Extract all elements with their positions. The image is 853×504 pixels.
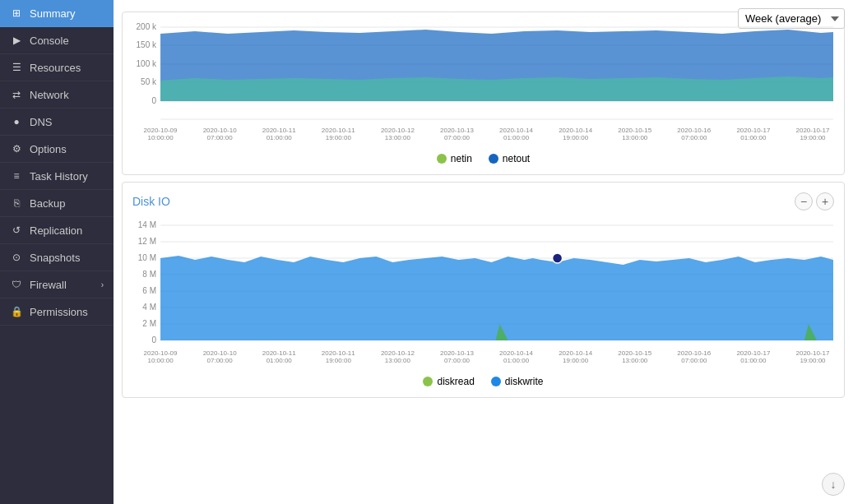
scroll-bottom-button[interactable]: ↓: [822, 473, 845, 496]
sidebar-item-backup[interactable]: ⎘ Backup: [0, 190, 114, 217]
sidebar-item-label: Options: [30, 143, 67, 155]
sidebar-item-firewall[interactable]: 🛡 Firewall ›: [0, 271, 114, 298]
sidebar-item-snapshots[interactable]: ⊙ Snapshots: [0, 244, 114, 271]
netin-label: netin: [451, 153, 472, 164]
svg-text:2020-10-16: 2020-10-16: [677, 349, 711, 357]
svg-text:10 M: 10 M: [138, 253, 156, 262]
disk-chart-plus-button[interactable]: +: [816, 192, 834, 210]
svg-text:2020-10-14: 2020-10-14: [559, 349, 592, 357]
svg-text:07:00:00: 07:00:00: [207, 357, 234, 364]
replication-icon: ↺: [10, 224, 23, 237]
sidebar-item-label: Console: [30, 35, 69, 47]
disk-chart-container: Disk IO − + 14 M 12 M 10 M 8 M: [122, 182, 845, 398]
network-chart-svg: 200 k 150 k 100 k 50 k 0 2020-10-09 10:0…: [129, 19, 837, 146]
svg-text:13:00:00: 13:00:00: [385, 134, 411, 141]
sidebar-item-network[interactable]: ⇄ Network: [0, 81, 114, 109]
svg-text:2020-10-17: 2020-10-17: [795, 127, 829, 134]
svg-text:07:00:00: 07:00:00: [207, 134, 234, 141]
svg-text:13:00:00: 13:00:00: [622, 134, 648, 141]
svg-text:12 M: 12 M: [138, 237, 156, 246]
svg-text:01:00:00: 01:00:00: [503, 134, 530, 141]
network-chart-legend: netin netout: [123, 146, 844, 168]
network-chart-container: 200 k 150 k 100 k 50 k 0 2020-10-09 10:0…: [122, 12, 845, 175]
svg-text:2020-10-11: 2020-10-11: [322, 349, 355, 357]
sidebar-item-console[interactable]: ▶ Console: [0, 27, 114, 54]
resources-icon: ☰: [10, 61, 23, 74]
sidebar-item-replication[interactable]: ↺ Replication: [0, 217, 114, 244]
sidebar-item-label: Permissions: [30, 306, 88, 318]
svg-text:01:00:00: 01:00:00: [267, 357, 293, 364]
disk-chart-area: 14 M 12 M 10 M 8 M 6 M 4 M 2 M 0 2020-10…: [129, 217, 837, 369]
svg-text:8 M: 8 M: [142, 270, 156, 279]
sidebar-item-resources[interactable]: ☰ Resources: [0, 54, 114, 81]
main-content: Week (average) Day (average) Hour (relat…: [114, 0, 853, 504]
svg-text:2020-10-09: 2020-10-09: [144, 127, 178, 134]
svg-text:01:00:00: 01:00:00: [740, 357, 767, 364]
svg-text:07:00:00: 07:00:00: [681, 134, 707, 141]
sidebar-item-summary[interactable]: ⊞ Summary: [0, 0, 114, 27]
disk-chart-legend: diskread diskwrite: [123, 369, 844, 391]
svg-text:50 k: 50 k: [141, 77, 157, 86]
svg-text:2020-10-17: 2020-10-17: [795, 349, 829, 357]
disk-chart-minus-button[interactable]: −: [795, 192, 813, 210]
svg-text:19:00:00: 19:00:00: [800, 357, 826, 364]
netout-label: netout: [503, 153, 530, 164]
svg-text:2020-10-11: 2020-10-11: [322, 127, 355, 134]
netin-legend: netin: [437, 153, 472, 164]
sidebar-item-label: Task History: [30, 170, 88, 183]
svg-text:2020-10-15: 2020-10-15: [618, 127, 651, 134]
svg-text:200 k: 200 k: [137, 22, 157, 31]
svg-text:2020-10-10: 2020-10-10: [203, 349, 237, 357]
options-icon: ⚙: [10, 142, 23, 155]
disk-chart-title-bar: Disk IO − +: [123, 189, 844, 217]
sidebar-item-dns[interactable]: ● DNS: [0, 109, 114, 136]
diskwrite-color-dot: [491, 377, 501, 386]
sidebar-item-permissions[interactable]: 🔒 Permissions: [0, 298, 114, 326]
svg-text:2020-10-14: 2020-10-14: [499, 127, 533, 134]
svg-text:19:00:00: 19:00:00: [563, 134, 589, 141]
svg-text:2020-10-12: 2020-10-12: [381, 349, 415, 357]
task-history-icon: ≡: [10, 169, 23, 183]
svg-text:4 M: 4 M: [142, 303, 156, 312]
sidebar-item-options[interactable]: ⚙ Options: [0, 136, 114, 163]
console-icon: ▶: [10, 34, 23, 47]
disk-chart-title: Disk IO: [132, 195, 170, 208]
svg-text:2020-10-10: 2020-10-10: [203, 127, 237, 134]
sidebar-item-label: Backup: [30, 197, 65, 210]
netout-color-dot: [489, 154, 498, 164]
summary-icon: ⊞: [10, 7, 23, 20]
sidebar-item-label: Resources: [30, 62, 81, 74]
data-point-marker: [553, 253, 563, 263]
svg-text:2020-10-11: 2020-10-11: [262, 127, 296, 134]
sidebar-item-task-history[interactable]: ≡ Task History: [0, 163, 114, 190]
svg-text:150 k: 150 k: [137, 40, 157, 49]
svg-text:2020-10-14: 2020-10-14: [499, 349, 533, 357]
svg-text:19:00:00: 19:00:00: [326, 134, 352, 141]
svg-text:2020-10-09: 2020-10-09: [144, 349, 178, 357]
sidebar-item-label: Firewall: [30, 279, 67, 291]
svg-text:13:00:00: 13:00:00: [385, 357, 411, 364]
svg-text:14 M: 14 M: [138, 220, 156, 229]
chevron-right-icon: ›: [101, 280, 104, 289]
dns-icon: ●: [10, 115, 23, 128]
svg-text:0: 0: [151, 96, 156, 105]
netin-area: [160, 76, 833, 101]
network-chart-area: 200 k 150 k 100 k 50 k 0 2020-10-09 10:0…: [129, 19, 837, 146]
svg-text:2020-10-11: 2020-10-11: [262, 349, 296, 357]
svg-text:07:00:00: 07:00:00: [444, 357, 471, 364]
sidebar-item-label: Network: [30, 89, 69, 101]
diskread-color-dot: [423, 377, 433, 386]
sidebar-item-label: DNS: [30, 116, 52, 128]
firewall-icon: 🛡: [10, 278, 23, 291]
svg-text:10:00:00: 10:00:00: [147, 357, 174, 364]
svg-text:2020-10-13: 2020-10-13: [440, 349, 474, 357]
backup-icon: ⎘: [10, 197, 23, 210]
svg-text:6 M: 6 M: [142, 286, 156, 295]
permissions-icon: 🔒: [10, 305, 23, 318]
diskwrite-area: [160, 256, 833, 340]
svg-text:07:00:00: 07:00:00: [681, 357, 707, 364]
svg-text:07:00:00: 07:00:00: [444, 134, 471, 141]
diskread-legend: diskread: [423, 376, 474, 387]
svg-text:01:00:00: 01:00:00: [267, 134, 293, 141]
snapshots-icon: ⊙: [10, 251, 23, 264]
